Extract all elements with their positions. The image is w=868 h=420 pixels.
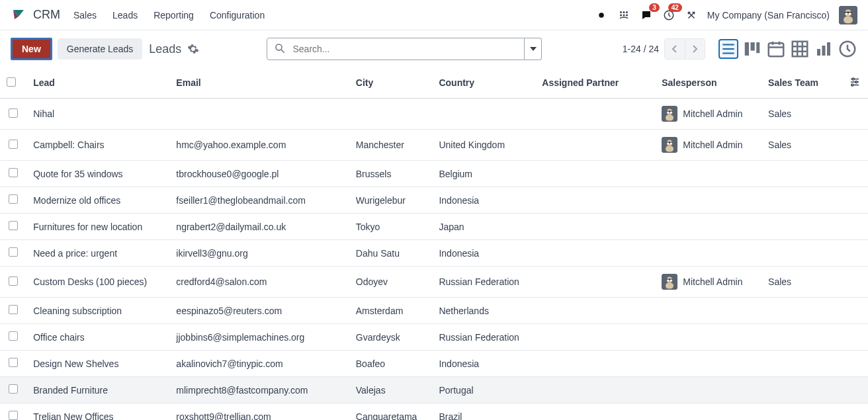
select-all-checkbox[interactable] bbox=[7, 77, 16, 87]
pager-prev[interactable] bbox=[665, 39, 685, 59]
cell-salesperson bbox=[655, 240, 761, 267]
col-header-city[interactable]: City bbox=[349, 67, 433, 99]
svg-point-54 bbox=[667, 142, 669, 144]
table-row[interactable]: Branded Furnituremlimprecht8@fastcompany… bbox=[0, 377, 868, 403]
cell-country: Indonesia bbox=[432, 351, 535, 377]
cell-partner bbox=[535, 214, 655, 240]
cell-country: Netherlands bbox=[432, 298, 535, 324]
cell-country: Russian Federation bbox=[432, 324, 535, 351]
cell-email: jjobbins6@simplemachines.org bbox=[169, 324, 349, 351]
table-row[interactable]: Need a price: urgentikirvell3@gnu.orgDah… bbox=[0, 240, 868, 267]
cell-team bbox=[761, 298, 842, 324]
user-avatar[interactable] bbox=[839, 6, 857, 24]
cell-country: Japan bbox=[432, 214, 535, 240]
cell-team bbox=[761, 161, 842, 187]
new-button[interactable]: New bbox=[11, 38, 52, 60]
cell-lead: Trelian New Offices bbox=[26, 403, 169, 421]
row-checkbox[interactable] bbox=[9, 358, 18, 367]
view-kanban[interactable] bbox=[742, 39, 762, 59]
col-header-country[interactable]: Country bbox=[432, 67, 535, 99]
cell-email: hmc@yahoo.example.com bbox=[169, 130, 349, 161]
cell-city bbox=[349, 99, 433, 130]
svg-point-16 bbox=[276, 44, 282, 50]
tools-icon[interactable] bbox=[685, 9, 698, 22]
table-row[interactable]: NihalMitchell AdminSales bbox=[0, 99, 868, 130]
table-row[interactable]: Trelian New Officesroxshott9@trellian.co… bbox=[0, 403, 868, 421]
col-header-salesperson[interactable]: Salesperson bbox=[655, 67, 761, 99]
row-checkbox[interactable] bbox=[9, 221, 18, 230]
row-checkbox[interactable] bbox=[9, 168, 18, 177]
view-pivot[interactable] bbox=[790, 39, 810, 59]
activities-button[interactable]: 42 bbox=[662, 9, 675, 22]
cell-partner bbox=[535, 298, 655, 324]
table-row[interactable]: Quote for 35 windowstbrockhouse0@google.… bbox=[0, 161, 868, 187]
table-header-row: Lead Email City Country Assigned Partner… bbox=[0, 67, 868, 99]
svg-rect-34 bbox=[817, 49, 820, 56]
row-checkbox[interactable] bbox=[9, 384, 18, 394]
search-input[interactable] bbox=[291, 43, 517, 55]
search-dropdown[interactable] bbox=[525, 38, 542, 60]
app-logo[interactable] bbox=[11, 7, 26, 23]
table-row[interactable]: Furnitures for new locationngrabert2@dai… bbox=[0, 214, 868, 240]
row-checkbox[interactable] bbox=[9, 276, 18, 286]
table-row[interactable]: Custom Desks (100 pieces)credford4@salon… bbox=[0, 267, 868, 298]
table-row[interactable]: Design New Shelvesakalinovich7@tinypic.c… bbox=[0, 351, 868, 377]
activities-badge: 42 bbox=[668, 3, 682, 12]
cell-partner bbox=[535, 130, 655, 161]
svg-rect-36 bbox=[827, 42, 830, 56]
svg-point-14 bbox=[846, 12, 848, 15]
svg-rect-25 bbox=[769, 43, 784, 56]
cell-email: tbrockhouse0@google.pl bbox=[169, 161, 349, 187]
cell-email: eespinazo5@reuters.com bbox=[169, 298, 349, 324]
menu-leads[interactable]: Leads bbox=[112, 10, 138, 21]
svg-point-2 bbox=[599, 13, 604, 18]
cell-country: United Kingdom bbox=[432, 130, 535, 161]
cell-country: Indonesia bbox=[432, 187, 535, 214]
pager-next[interactable] bbox=[685, 39, 705, 59]
row-checkbox[interactable] bbox=[9, 140, 18, 149]
view-list[interactable] bbox=[718, 39, 738, 59]
menu-sales[interactable]: Sales bbox=[73, 10, 97, 21]
row-checkbox[interactable] bbox=[9, 194, 18, 204]
salesperson-avatar bbox=[662, 106, 677, 122]
cell-email: ngrabert2@dailymail.co.uk bbox=[169, 214, 349, 240]
table-row[interactable]: Office chairsjjobbins6@simplemachines.or… bbox=[0, 324, 868, 351]
cell-country: Portugal bbox=[432, 377, 535, 403]
row-checkbox[interactable] bbox=[9, 247, 18, 257]
control-bar: New Generate Leads Leads 1-24 / 24 bbox=[0, 30, 868, 67]
row-checkbox[interactable] bbox=[9, 305, 18, 314]
view-activity[interactable] bbox=[838, 39, 857, 59]
svg-line-17 bbox=[282, 50, 285, 53]
gear-icon[interactable] bbox=[187, 42, 200, 56]
dot-icon[interactable] bbox=[595, 9, 608, 22]
table-row[interactable]: Campbell: Chairshmc@yahoo.example.comMan… bbox=[0, 130, 868, 161]
col-header-team[interactable]: Sales Team bbox=[761, 67, 842, 99]
salesperson-avatar bbox=[662, 274, 677, 290]
dialer-icon[interactable] bbox=[617, 9, 630, 22]
col-header-partner[interactable]: Assigned Partner bbox=[535, 67, 655, 99]
app-name[interactable]: CRM bbox=[33, 8, 60, 22]
view-calendar[interactable] bbox=[766, 39, 786, 59]
generate-leads-button[interactable]: Generate Leads bbox=[58, 38, 142, 60]
cell-team bbox=[761, 240, 842, 267]
company-selector[interactable]: My Company (San Francisco) bbox=[707, 10, 830, 21]
col-header-email[interactable]: Email bbox=[169, 67, 349, 99]
cell-email: mlimprecht8@fastcompany.com bbox=[169, 377, 349, 403]
cell-city: Manchester bbox=[349, 130, 433, 161]
view-graph[interactable] bbox=[814, 39, 834, 59]
messages-button[interactable]: 3 bbox=[640, 9, 653, 22]
adjust-columns-icon[interactable] bbox=[848, 75, 861, 89]
cell-team bbox=[761, 187, 842, 214]
table-row[interactable]: Modernize old officesfseiller1@theglobea… bbox=[0, 187, 868, 214]
menu-configuration[interactable]: Configuration bbox=[210, 10, 265, 21]
row-checkbox[interactable] bbox=[9, 331, 18, 341]
row-checkbox[interactable] bbox=[9, 108, 18, 118]
table-row[interactable]: Cleaning subscriptioneespinazo5@reuters.… bbox=[0, 298, 868, 324]
menu-reporting[interactable]: Reporting bbox=[153, 10, 194, 21]
cell-salesperson bbox=[655, 214, 761, 240]
messages-badge: 3 bbox=[649, 3, 660, 12]
row-checkbox[interactable] bbox=[9, 411, 18, 420]
col-header-lead[interactable]: Lead bbox=[26, 67, 169, 99]
cell-salesperson bbox=[655, 187, 761, 214]
search-box[interactable] bbox=[267, 38, 525, 60]
